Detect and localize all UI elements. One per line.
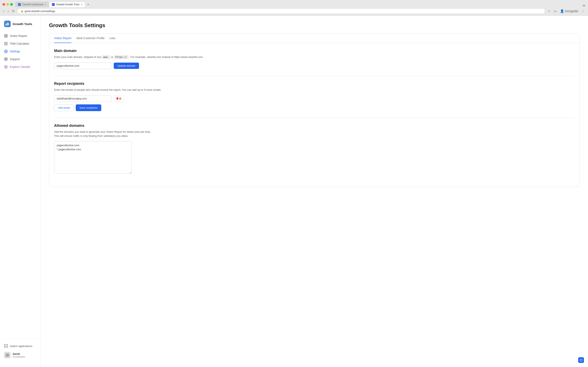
main-domain-input[interactable] — [54, 62, 111, 69]
user-info[interactable]: Sarah Screenlane — [0, 350, 41, 360]
sidebar-nav: Visitor Report TAM Calculator Settin — [0, 32, 41, 339]
allowed-domains-textarea[interactable]: pagecollective.com *.pagecollective.com — [54, 141, 132, 174]
tab-visitor-report[interactable]: Visitor Report — [54, 34, 71, 43]
browser-tab-growth-tools[interactable]: Clearbit Growth Tools ✕ — [49, 2, 85, 7]
account-button[interactable]: 👤 Incognito — [559, 8, 579, 14]
more-button[interactable]: ⋮ — [581, 8, 586, 14]
svg-rect-2 — [8, 22, 8, 26]
main-content: Growth Tools Settings Visitor Report Ide… — [41, 16, 588, 367]
switch-apps-button[interactable]: Switch applications — [0, 342, 41, 350]
sidebar-item-tam-calculator-label: TAM Calculator — [10, 42, 29, 45]
switch-apps-label: Switch applications — [10, 345, 33, 348]
clearbit-badge[interactable] — [578, 357, 584, 363]
title-bar: Clearbit Dashboard ✕ Clearbit Growth Too… — [0, 0, 588, 7]
address-input[interactable]: 🔒 grow.clearbit.com/settings — [17, 8, 545, 14]
svg-rect-4 — [4, 34, 6, 35]
section-report-recipients: Report recipients Enter the emails of pe… — [54, 82, 575, 111]
tab-close-growth-tools[interactable]: ✕ — [81, 3, 82, 6]
user-avatar — [4, 352, 11, 359]
address-bar: ‹ › ↻ 🔒 grow.clearbit.com/settings ☆ ▭ 👤… — [0, 7, 588, 16]
svg-line-16 — [6, 59, 7, 60]
tam-calculator-icon — [4, 42, 8, 45]
app-container: Growth Tools Visitor Report TAM — [0, 16, 588, 367]
svg-rect-3 — [9, 23, 9, 26]
close-window-button[interactable] — [2, 3, 5, 6]
tab-favicon-clearbit — [18, 3, 21, 6]
tab-ideal-customer-profile[interactable]: Ideal Customer Profile — [76, 34, 105, 43]
browser-tab-clearbit-dashboard[interactable]: Clearbit Dashboard ✕ — [15, 2, 49, 7]
delete-email-button[interactable]: 🗑 — [114, 95, 124, 102]
settings-tabs-header: Visitor Report Ideal Customer Profile Li… — [49, 34, 580, 43]
allowed-domains-title: Allowed domains — [54, 124, 575, 128]
lock-icon: 🔒 — [21, 10, 24, 12]
user-name: Sarah — [13, 352, 25, 355]
split-view-button[interactable]: ▭ — [553, 8, 558, 14]
back-button[interactable]: ‹ — [2, 9, 5, 13]
sidebar-logo: Growth Tools — [0, 19, 41, 32]
maximize-window-button[interactable] — [10, 3, 13, 6]
save-recipients-button[interactable]: Save recipients — [76, 104, 101, 111]
svg-line-18 — [5, 59, 6, 60]
visitor-report-icon — [4, 34, 8, 38]
code-www: www. — [102, 55, 110, 59]
sidebar-logo-text: Growth Tools — [13, 22, 32, 26]
svg-point-12 — [6, 51, 7, 52]
svg-line-15 — [5, 58, 6, 59]
sidebar-item-support[interactable]: Support — [0, 55, 41, 63]
tab-lists[interactable]: Lists — [109, 34, 115, 43]
main-domain-title: Main domain — [54, 49, 575, 53]
tab-overflow-button[interactable]: ≫ — [582, 4, 586, 7]
svg-rect-1 — [7, 23, 7, 26]
support-icon — [4, 57, 8, 61]
main-domain-input-row: Update domain — [54, 62, 575, 69]
new-tab-button[interactable]: + — [86, 2, 91, 7]
sidebar-item-settings[interactable]: Settings — [0, 48, 41, 55]
settings-icon — [4, 50, 8, 53]
clearbit-badge-icon — [579, 359, 583, 362]
browser-chrome: Clearbit Dashboard ✕ Clearbit Growth Too… — [0, 0, 588, 16]
dots-grid-icon — [4, 344, 8, 348]
sidebar-item-settings-label: Settings — [10, 50, 20, 53]
tab-label-growth-tools: Clearbit Growth Tools — [56, 3, 79, 6]
add-email-button[interactable]: Add email — [54, 104, 74, 111]
report-recipients-description: Enter the emails of people who should re… — [54, 88, 575, 92]
sidebar-item-explore-label: Explore Clearbit — [10, 65, 30, 68]
sidebar-item-explore-clearbit[interactable]: Explore Clearbit — [0, 63, 41, 71]
sidebar-item-tam-calculator[interactable]: TAM Calculator — [0, 40, 41, 48]
sidebar: Growth Tools Visitor Report TAM — [0, 16, 41, 367]
explore-icon — [4, 65, 8, 69]
code-https: https:// — [114, 55, 129, 59]
bookmark-button[interactable]: ☆ — [547, 8, 551, 14]
browser-tabs-bar: Clearbit Dashboard ✕ Clearbit Growth Too… — [15, 2, 586, 7]
svg-point-14 — [5, 58, 7, 60]
tab-content-visitor-report: Main domain Enter your main domain, stri… — [49, 43, 580, 187]
trash-icon — [116, 97, 119, 100]
email-input[interactable] — [54, 95, 111, 102]
user-details: Sarah Screenlane — [13, 352, 25, 358]
report-recipients-title: Report recipients — [54, 82, 575, 86]
tab-close-clearbit-dashboard[interactable]: ✕ — [44, 3, 46, 6]
refresh-button[interactable]: ↻ — [11, 9, 16, 13]
svg-rect-5 — [6, 34, 7, 35]
sidebar-item-visitor-report[interactable]: Visitor Report — [0, 32, 41, 40]
tab-label-clearbit-dashboard: Clearbit Dashboard — [22, 3, 43, 6]
minimize-window-button[interactable] — [6, 3, 9, 6]
address-text: grow.clearbit.com/settings — [25, 9, 55, 13]
report-recipients-input-row: 🗑 — [54, 95, 575, 102]
section-main-domain: Main domain Enter your main domain, stri… — [54, 49, 575, 69]
svg-point-20 — [7, 354, 8, 355]
traffic-lights — [2, 3, 13, 6]
sidebar-bottom: Switch applications Sarah Screenlane — [0, 339, 41, 364]
growth-tools-logo-svg — [5, 22, 9, 26]
allowed-domains-description: Add the domains you want to generate you… — [54, 130, 575, 138]
svg-rect-0 — [6, 24, 6, 25]
tab-favicon-growth — [52, 3, 55, 6]
settings-card: Visitor Report Ideal Customer Profile Li… — [49, 33, 580, 187]
update-domain-button[interactable]: Update domain — [114, 63, 139, 69]
main-domain-description: Enter your main domain, stripped of any … — [54, 55, 575, 59]
forward-button[interactable]: › — [7, 9, 9, 13]
sidebar-item-visitor-report-label: Visitor Report — [10, 34, 27, 38]
section-allowed-domains: Allowed domains Add the domains you want… — [54, 124, 575, 175]
svg-rect-7 — [6, 36, 7, 37]
svg-rect-6 — [4, 36, 6, 37]
